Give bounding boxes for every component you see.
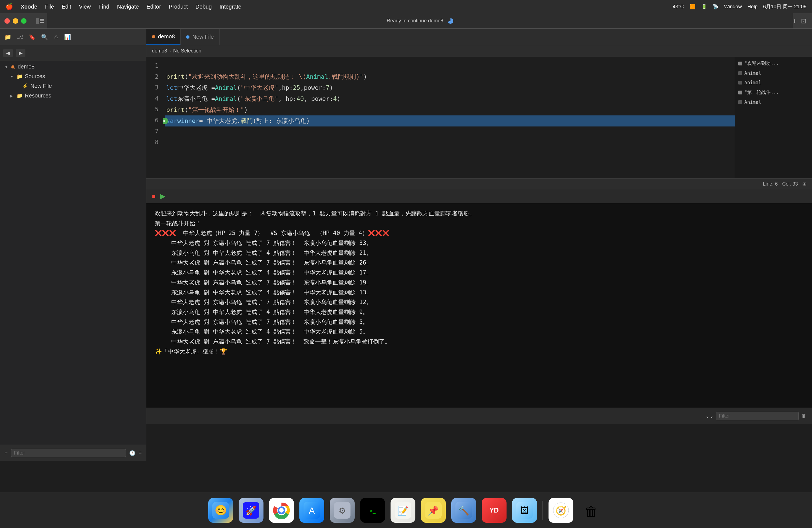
console-line-4: 中华大老虎 對 东瀛小乌龟 造成了 7 點傷害！ 东瀛小乌龟血量剩餘 33。 [155,238,804,248]
settings-icon[interactable]: ⊞ [802,181,807,187]
code-line-5: print("第一轮战斗开始！") [165,104,735,115]
sidebar-filter-bar: + 🕐 ≡ [0,444,146,461]
console-bottom-bar: ⌄⌄ 🗑 [146,408,812,424]
tree-item-newfile[interactable]: ⚡ New File [0,81,146,91]
add-file-button[interactable]: + [4,450,8,456]
close-button[interactable] [4,18,10,24]
tree-item-demo8[interactable]: ▼ ◉ demo8 [0,62,146,72]
console-output: 欢迎来到动物大乱斗，这里的规则是： 两隻动物輪流攻擊，1 點力量可以消耗對方 1… [146,203,812,408]
dock-stickies[interactable]: 📌 [421,498,446,523]
recent-files-button[interactable]: 🕐 [129,450,135,456]
menu-product[interactable]: Product [169,4,188,10]
loading-spinner [448,18,453,24]
console-line-9: 东瀛小乌龟 對 中华大老虎 造成了 4 點傷害！ 中华大老虎血量剩餘 13。 [155,288,804,298]
dock-terminal[interactable]: >_ [360,498,385,523]
menu-find[interactable]: Find [99,4,110,10]
editor-area: demo8 New File demo8 › No Selection 1 2 … [146,29,812,461]
dock-textedit[interactable]: 📝 [391,498,416,523]
console-line-3: ❌❌❌ 中华大老虎（HP 25 力量 7） VS 东瀛小乌龟 （HP 40 力量… [155,229,804,238]
console-filter: ⌄⌄ 🗑 [706,412,807,420]
console-line-7: 东瀛小乌龟 對 中华大老虎 造成了 4 點傷害！ 中华大老虎血量剩餘 17。 [155,268,804,278]
svg-rect-1 [40,19,44,19]
playback-controls: ■ ▶ [146,189,812,203]
sidebar-filter-input[interactable] [11,449,126,457]
tree-item-resources[interactable]: ▶ 📁 Resources [0,91,146,101]
add-tab-button[interactable]: + [793,17,797,25]
search-sidebar-icon[interactable]: 🔍 [41,34,48,40]
breadcrumb-nosel[interactable]: No Selection [173,48,201,54]
swift-dot [152,35,155,39]
filter-dropdown-icon[interactable]: ⌄⌄ [706,413,714,419]
dock-appstore[interactable]: A [300,498,324,523]
breadcrumb-demo8[interactable]: demo8 [152,48,167,54]
wifi-icon: 📡 [713,4,719,10]
dock-safari[interactable]: 🧭 [549,498,574,523]
sidebar: 📁 ⎇ 🔖 🔍 ⚠ 📊 ◀ ▶ ▼ ◉ demo8 [0,29,146,461]
dock-finder[interactable]: 😊 [208,498,233,523]
report-icon[interactable]: 📊 [64,34,71,40]
svg-rect-2 [40,20,44,21]
vcs-icon[interactable]: ⎇ [17,34,23,40]
svg-text:😊: 😊 [215,504,227,516]
code-editor[interactable]: 1 2 3 4 5 6 7 8 print("欢迎来到动物大乱斗，这里的规则是：… [146,57,812,178]
svg-point-11 [279,508,284,513]
dock-yd[interactable]: YD [482,498,507,523]
code-content[interactable]: print("欢迎来到动物大乱斗，这里的规则是： \(Animal.戰鬥規則)"… [163,57,735,178]
minimap-item-4: "第一轮战斗... [735,88,812,97]
svg-text:🖼: 🖼 [520,505,529,516]
bookmark-icon[interactable]: 🔖 [29,34,35,40]
svg-text:📝: 📝 [397,505,408,516]
dock-preview[interactable]: 🖼 [512,498,537,523]
resources-label: Resources [25,92,52,99]
folder-icon: 📁 [17,73,23,79]
file-navigator-icon[interactable]: 📁 [4,34,11,40]
project-icon: ◉ [11,64,15,70]
svg-text:🔨: 🔨 [458,505,469,516]
menu-debug[interactable]: Debug [195,4,212,10]
dock-xcode[interactable]: 🔨 [451,498,476,523]
menu-window[interactable]: Window [724,4,742,10]
run-button[interactable]: ▶ [160,192,165,201]
menu-help[interactable]: Help [748,4,758,10]
main-layout: 📁 ⎇ 🔖 🔍 ⚠ 📊 ◀ ▶ ▼ ◉ demo8 [0,29,812,461]
issues-icon[interactable]: ⚠ [54,34,59,40]
arrow-icon: ▶ [10,93,14,98]
delete-console-button[interactable]: 🗑 [801,413,807,419]
nav-back-button[interactable]: ◀ [3,49,13,57]
menu-integrate[interactable]: Integrate [220,4,242,10]
xcode-window: Ready to continue demo8 + ⊡ 📁 ⎇ 🔖 🔍 ⚠ 📊 … [0,13,812,492]
split-editor-button[interactable]: ⊡ [801,17,807,25]
editor-bottom-bar: Line: 6 Col: 33 ⊞ [146,178,812,189]
dock-trash[interactable]: 🗑 [579,498,604,523]
arrow-icon: ▼ [4,64,9,69]
menu-xcode[interactable]: Xcode [21,4,37,10]
apple-menu[interactable]: 🍎 [5,3,13,10]
svg-text:⚙: ⚙ [338,506,346,515]
tree-item-sources[interactable]: ▼ 📁 Sources [0,72,146,81]
dock-launchpad[interactable]: 🚀 [238,498,263,523]
menu-view[interactable]: View [79,4,91,10]
folder-icon: 📁 [17,93,23,99]
stop-button[interactable]: ■ [152,193,156,200]
hierarchy-button[interactable]: ≡ [139,450,142,456]
battery-icon: 🔋 [701,4,707,10]
console-filter-input[interactable] [716,412,799,420]
maximize-button[interactable] [21,18,27,24]
tab-newfile[interactable]: New File [180,29,220,45]
sidebar-toggle[interactable] [33,18,47,24]
dock-syspref[interactable]: ⚙ [330,498,354,523]
breadcrumb: demo8 › No Selection [146,45,812,57]
dock-chrome[interactable] [269,498,294,523]
console-line-11: 东瀛小乌龟 對 中华大老虎 造成了 4 點傷害！ 中华大老虎血量剩餘 9。 [155,307,804,317]
menu-editor[interactable]: Editor [147,4,161,10]
menu-edit[interactable]: Edit [62,4,71,10]
menubar-right: 43°C 📶 🔋 📡 Window Help 6月10日 周一 21:09 [673,3,807,10]
minimize-button[interactable] [13,18,18,24]
minimap-item-3: Animal [735,79,812,86]
menu-navigate[interactable]: Navigate [117,4,139,10]
tab-demo8[interactable]: demo8 [146,29,180,45]
nav-forward-button[interactable]: ▶ [16,49,25,57]
menu-file[interactable]: File [45,4,54,10]
code-line-6: ▶ var winner = 中华大老虎.戰鬥(對上: 东瀛小乌龟) [165,115,735,127]
console-line-15: ✨「中华大老虎」獲勝！🏆 [155,347,804,357]
